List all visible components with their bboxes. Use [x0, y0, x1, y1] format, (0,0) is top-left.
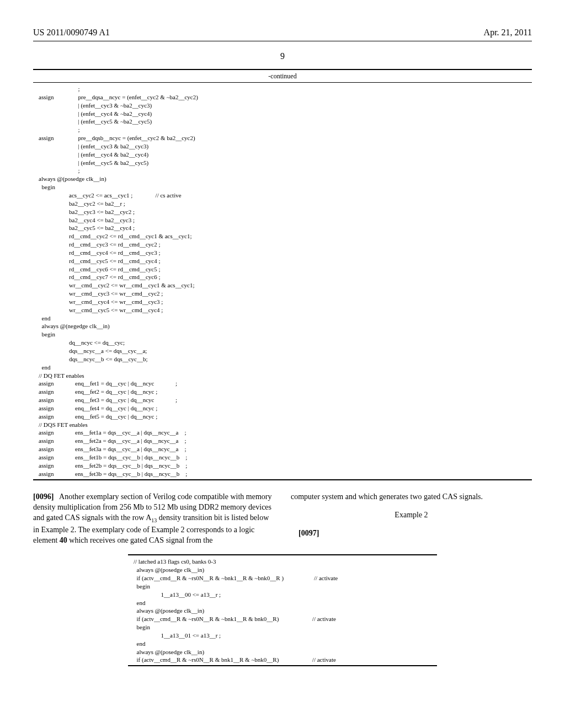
code-line: assign ens__fet3b = dqs__cyc__b | dqs__n… — [39, 470, 532, 478]
code-line: always @(posedge clk__in) — [134, 607, 437, 615]
code-line: ba2__cyc3 <= ba2__cyc2 ; — [39, 208, 532, 216]
para96-c: which receives one gated CAS signal from… — [67, 536, 213, 544]
para96-bold: 40 — [60, 536, 67, 544]
code-line: | (enfet__cyc4 & ~ba2__cyc4) — [39, 110, 532, 118]
code-line: assign enq__fet5 = dq__cyc | dq__ncyc ; — [39, 413, 532, 421]
left-column: [0096] Another exemplary section of Veri… — [33, 491, 274, 546]
code-listing-bottom: // latched a13 flags cs0, banks 0-3 alwa… — [128, 554, 437, 666]
code-line: assign pre__dqsa__ncyc = (enfet__cyc2 & … — [39, 93, 532, 101]
code-line: assign enq__fet4 = dq__cyc | dq__ncyc ; — [39, 404, 532, 413]
code-line: begin — [39, 330, 532, 339]
code-line: wr__cmd__cyc2 <= wr__cmd__cyc1 & acs__cy… — [39, 281, 532, 290]
code-line: rd__cmd__cyc4 <= rd__cmd__cyc3 ; — [39, 249, 532, 257]
header-rule — [33, 41, 532, 41]
code-line: assign enq__fet1 = dq__cyc | dq__ncyc ; — [39, 379, 532, 388]
code-line: rd__cmd__cyc5 <= rd__cmd__cyc4 ; — [39, 257, 532, 265]
code-line: rd__cmd__cyc7 <= rd__cmd__cyc6 ; — [39, 273, 532, 281]
code-line: ; — [39, 85, 532, 93]
code-line: | (enfet__cyc5 & ba2__cyc5) — [39, 159, 532, 167]
code-line: rd__cmd__cyc2 <= rd__cmd__cyc1 & acs__cy… — [39, 232, 532, 240]
code-line: assign pre__dqsb__ncyc = (enfet__cyc2 & … — [39, 134, 532, 142]
code-line: always @(posedge clk__in) — [39, 175, 532, 183]
code-caption: -continued — [33, 72, 532, 83]
body-columns: [0096] Another exemplary section of Veri… — [33, 491, 532, 546]
code-line: assign ens__fet3a = dqs__cyc__a | dqs__n… — [39, 445, 532, 453]
code-line: wr__cmd__cyc4 <= wr__cmd__cyc3 ; — [39, 298, 532, 306]
code-line: acs__cyc2 <= acs__cyc1 ; // cs active — [39, 191, 532, 200]
code-line: | (enfet__cyc3 & ba2__cyc3) — [39, 142, 532, 151]
example-2-label: Example 2 — [291, 510, 532, 520]
code-line: assign ens__fet1b = dqs__cyc__b | dqs__n… — [39, 453, 532, 462]
code-content: ;assign pre__dqsa__ncyc = (enfet__cyc2 &… — [33, 85, 532, 478]
code-line: end — [39, 314, 532, 323]
code-content: // latched a13 flags cs0, banks 0-3 alwa… — [128, 558, 437, 664]
code-line: begin — [134, 623, 437, 631]
code-line: always @(posedge clk__in) — [134, 566, 437, 574]
code-line: dq__ncyc <= dq__cyc; — [39, 339, 532, 347]
code-line: 1__a13__01 <= a13__r ; — [134, 631, 437, 640]
code-line: always @(posedge clk__in) — [134, 648, 437, 656]
para96-sub: 13 — [151, 517, 157, 523]
code-line: assign ens__fet1a = dqs__cyc__a | dqs__n… — [39, 429, 532, 437]
code-line: wr__cmd__cyc3 <= wr__cmd__cyc2 ; — [39, 290, 532, 298]
code-line: if (actv__cmd__R & ~rs0N__R & bnk1__R & … — [134, 656, 437, 664]
code-line: begin — [134, 582, 437, 591]
right-column: computer system and which generates two … — [291, 491, 532, 546]
page-number: 9 — [33, 51, 532, 61]
publication-date: Apr. 21, 2011 — [484, 28, 532, 38]
code-line: assign ens__fet2b = dqs__cyc__b | dqs__n… — [39, 462, 532, 470]
publication-number: US 2011/0090749 A1 — [33, 28, 110, 38]
code-line: 1__a13__00 <= a13__r ; — [134, 591, 437, 599]
code-line: end — [134, 599, 437, 607]
para96-right: computer system and which generates two … — [291, 491, 532, 502]
para-number-97: [0097] — [299, 529, 319, 537]
code-line: end — [134, 640, 437, 648]
code-line: assign enq__fet3 = dq__cyc | dq__ncyc ; — [39, 396, 532, 404]
code-line: ba2__cyc5 <= ba2__cyc4 ; — [39, 224, 532, 232]
code-line: // DQ FET enables — [39, 372, 532, 380]
code-line: // DQS FET enables — [39, 421, 532, 429]
code-line: ba2__cyc2 <= ba2__r ; — [39, 200, 532, 208]
code-line: | (enfet__cyc5 & ~ba2__cyc5) — [39, 117, 532, 126]
code-line: ; — [39, 167, 532, 175]
code-line: if (actv__cmd__R & ~rs0N__R & ~bnk1__R &… — [134, 574, 437, 582]
code-line: rd__cmd__cyc3 <= rd__cmd__cyc2 ; — [39, 240, 532, 249]
code-line: ; — [39, 126, 532, 134]
code-line: dqs__ncyc__b <= dqs__cyc__b; — [39, 355, 532, 363]
para-number-96: [0096] — [33, 493, 54, 501]
code-line: // latched a13 flags cs0, banks 0-3 — [134, 558, 437, 566]
code-line: dqs__ncyc__a <= dqs__cyc__a; — [39, 347, 532, 355]
code-line: rd__cmd__cyc6 <= rd__cmd__cyc5 ; — [39, 265, 532, 274]
code-line: wr__cmd__cyc5 <= wr__cmd__cyc4 ; — [39, 306, 532, 314]
code-line: if (actv__cmd__R & ~rs0N__R & ~bnk1__R &… — [134, 615, 437, 623]
page-header: US 2011/0090749 A1 Apr. 21, 2011 — [33, 28, 532, 38]
code-line: ba2__cyc4 <= ba2__cyc3 ; — [39, 216, 532, 224]
code-line: end — [39, 363, 532, 372]
code-line: | (enfet__cyc3 & ~ba2__cyc3) — [39, 101, 532, 110]
code-line: always @(negedge clk__in) — [39, 322, 532, 330]
code-line: assign enq__fet2 = dq__cyc | dq__ncyc ; — [39, 388, 532, 396]
code-listing-top: -continued ;assign pre__dqsa__ncyc = (en… — [33, 69, 532, 480]
code-line: assign ens__fet2a = dqs__cyc__a | dqs__n… — [39, 437, 532, 445]
code-line: | (enfet__cyc4 & ba2__cyc4) — [39, 151, 532, 159]
code-line: begin — [39, 183, 532, 191]
